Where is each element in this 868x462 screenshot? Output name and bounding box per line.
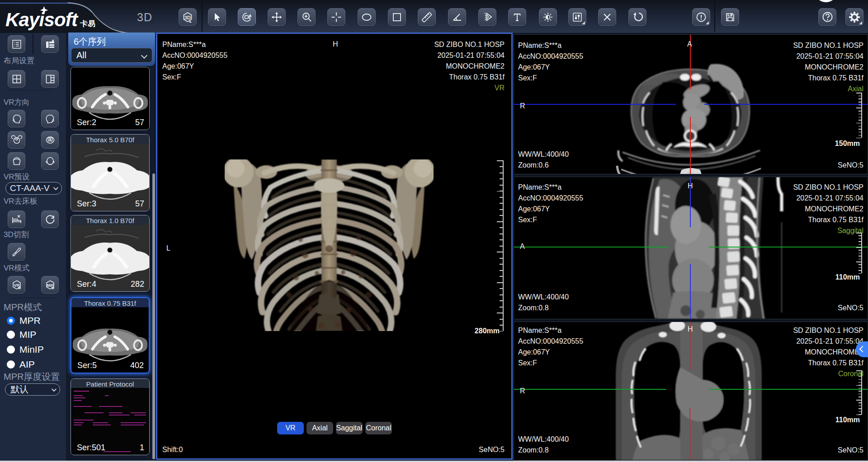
svg-text:Kayisoft: Kayisoft [5,9,79,30]
svg-text:VR: VR [14,282,19,287]
svg-text:3D: 3D [184,14,191,20]
svg-text:卡易: 卡易 [80,19,95,28]
